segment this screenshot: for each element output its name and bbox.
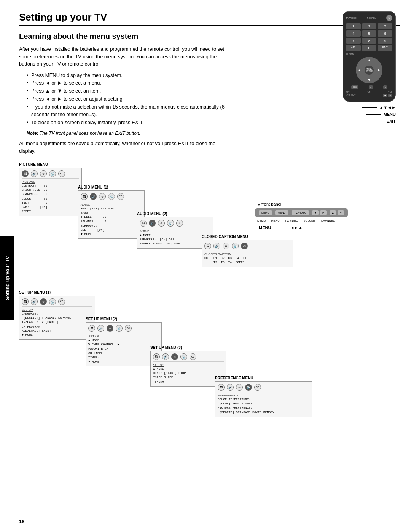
audio2-menu-title: AUDIO MENU (2) — [137, 212, 213, 216]
setup3-label: SET UP — [153, 363, 224, 367]
all-menu-text: All menu adjustments are saved automatic… — [19, 140, 232, 155]
setup-icon: 📡 — [49, 170, 56, 177]
cc-menu-box: CLOSED CAPTION MENU 🖼 🔊 ⚙ 📡 CC CLOSED CA… — [202, 235, 293, 267]
list-item: Press MENU to display the menu system. — [27, 72, 232, 80]
remote-area: TV/VIDEO RECALL ⏻ 1 2 3 4 5 6 7 8 9 +10 … — [312, 11, 396, 123]
list-item: Press ▲ or ▼ to select an item. — [27, 87, 232, 95]
btn-100[interactable]: +10 — [346, 45, 361, 51]
page-number: 18 — [19, 519, 24, 524]
picture-label: PICTURE — [22, 180, 79, 184]
ch-down[interactable]: ▼ — [383, 94, 387, 97]
ch-up[interactable]: ▲ — [330, 210, 336, 215]
picture-icon2: 🖼 — [81, 193, 88, 200]
settings-icon2: ⚙ — [99, 193, 106, 200]
intro-text: After you have installed the batteries a… — [19, 45, 232, 68]
bullet-list: Press MENU to display the menu system. P… — [19, 72, 232, 127]
picture-icon: 🖼 — [22, 170, 29, 177]
btn-6[interactable]: 6 — [378, 30, 392, 37]
cc-label: CLOSED CAPTION — [204, 252, 290, 256]
audio1-label: AUDIO — [81, 203, 142, 206]
btn-3[interactable]: 3 — [378, 23, 392, 29]
tv-panel-box: DEMO MENU TV/VIDEO ◄ ► ▲ ▼ — [255, 208, 348, 217]
audio2-label: AUDIO — [140, 230, 210, 233]
btn-5[interactable]: 5 — [362, 30, 377, 37]
btn-1[interactable]: 1 — [346, 23, 361, 29]
audio2-content: ▲ MORE SPEAKERS: [ON] OFF STABLE SOUND [… — [140, 233, 210, 246]
btn-9[interactable]: 9 — [378, 38, 392, 44]
tv-video-button[interactable]: TV/VIDEO — [292, 210, 309, 215]
remote-annotations: ▲▼◄► MENU EXIT — [362, 105, 396, 123]
note-text: Note: The TV front panel does not have a… — [27, 131, 225, 136]
list-item: Press ◄ or ► to select or adjust a setti… — [27, 95, 232, 103]
list-item: To close an on-screen display instantly,… — [27, 119, 232, 127]
menu-button-panel[interactable]: MENU — [275, 210, 288, 215]
arrows-annotation: ▲▼◄► — [379, 105, 396, 110]
power-button[interactable]: ⏻ — [386, 15, 392, 21]
cc-icon: CC — [58, 170, 65, 177]
preference-content: COLOR TEMPERATURE: [COOL] MEDIUM WARM PI… — [218, 397, 309, 414]
tv-video-label: TV/VIDEO — [346, 17, 357, 19]
audio1-menu-title: AUDIO MENU (1) — [78, 185, 145, 189]
audio1-menu-box: AUDIO MENU (1) 🖼 🔊 ⚙ 📡 CC AUDIO MTS: [ST… — [78, 185, 145, 239]
tv-front-panel-area: TV front panel DEMO MENU TV/VIDEO ◄ ► ▲ … — [255, 202, 396, 230]
cc-content: CC: C1 C2 C3 C4 T1 T2 T3 T4 [OFF] — [204, 256, 290, 264]
setup1-content: LANGUAGE: [ENGLISH] FRANCAIS ESPANOL TV/… — [22, 312, 92, 337]
btn-ent[interactable]: ENT — [378, 45, 392, 51]
setup2-label: SET UP — [88, 335, 159, 338]
exit-annotation: EXIT — [387, 119, 396, 123]
minus-button[interactable]: - — [383, 85, 387, 89]
sidebar-tab: Setting up your TV — [0, 236, 14, 320]
demo-button[interactable]: DEMO — [259, 210, 272, 215]
audio-icon2: 🔊 — [90, 193, 97, 200]
plus-button[interactable]: + — [369, 85, 373, 89]
preference-menu-title: PREFERENCE MENU — [215, 376, 314, 380]
setup3-menu-title: SET UP MENU (3) — [150, 345, 230, 350]
vol-right[interactable]: ► — [320, 210, 327, 215]
audio-icon: 🔊 — [31, 170, 38, 177]
btn-7[interactable]: 7 — [346, 38, 361, 44]
recall-label: RECALL — [367, 17, 376, 19]
menu-annotation: MENU — [384, 112, 396, 117]
setup2-content: ▲ MORE V-CHIP CONTROL ► FAVORITE CH CH L… — [88, 338, 159, 364]
preference-label: PREFERENCE — [218, 394, 309, 397]
btn-4[interactable]: 4 — [346, 30, 361, 37]
picture-content: CONTRAST 50 BRIGHTNESS 50 SHARPNESS 50 C… — [22, 184, 79, 213]
setup2-menu-title: SET UP MENU (2) — [86, 317, 166, 321]
panel-bottom-labels: MENU ◄►▲ — [255, 225, 396, 230]
setup-icon2: 📡 — [108, 193, 115, 200]
number-grid: 1 2 3 4 5 6 7 8 9 +10 0 ENT — [346, 23, 392, 51]
ch-down-panel[interactable]: ▼ — [338, 210, 344, 215]
cc-icon2: CC — [117, 193, 124, 200]
panel-button-labels: DEMO MENU TV/VIDEO VOLUME CHANNEL — [255, 219, 396, 222]
btn-0[interactable]: 0 — [362, 45, 377, 51]
tv-panel-label: TV front panel — [255, 202, 396, 206]
setup1-menu-title: SET UP MENU (1) — [19, 290, 99, 294]
menu-enter-button[interactable]: MENUENTER — [365, 66, 374, 75]
fav-button[interactable]: FAV — [351, 85, 358, 89]
picture-menu-title: PICTURE MENU — [19, 162, 86, 166]
setup1-label: SET UP — [22, 308, 92, 312]
arrows-label-panel: ◄►▲ — [290, 225, 303, 230]
vol-left[interactable]: ◄ — [312, 210, 319, 215]
btn-8[interactable]: 8 — [362, 38, 377, 44]
cc-menu-title: CLOSED CAPTION MENU — [202, 235, 293, 239]
setup3-content: ▲ MORE DEMO: [START] STOP IMAGE SHAPE: [… — [153, 367, 224, 384]
btn-2[interactable]: 2 — [362, 23, 377, 29]
audio1-content: MTS: [STR] SAP MONO BASS TREBLE 50 BALAN… — [81, 206, 142, 236]
preference-menu-box: PREFERENCE MENU 🖼 🔊 ⚙ 📡 CC PREFERENCE CO… — [215, 376, 314, 417]
list-item: Press ◄ or ► to select a menu. — [27, 79, 232, 87]
picture-menu-box: PICTURE MENU 🖼 🔊 ⚙ 📡 CC PICTURE CONTRAST… — [19, 162, 86, 216]
vol-down[interactable]: ▼ — [388, 94, 392, 97]
settings-icon: ⚙ — [40, 170, 47, 177]
dpad-area: ▲ ▼ ◄ ► MENUENTER — [346, 57, 392, 83]
menu-label-panel: MENU — [259, 225, 271, 230]
list-item: If you do not make a selection within 15… — [27, 103, 232, 119]
